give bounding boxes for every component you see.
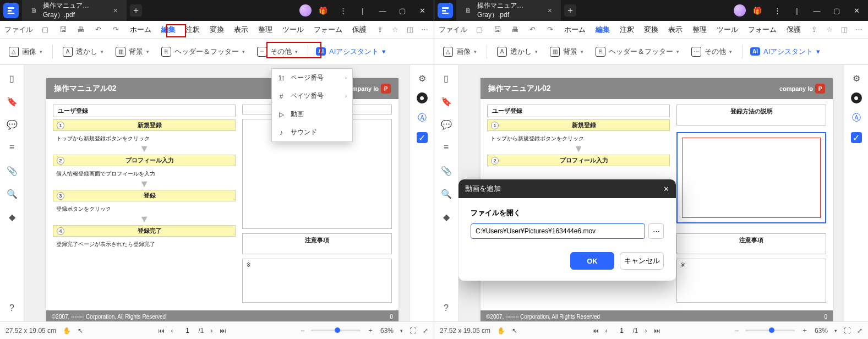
fullscreen-icon[interactable]: ⤢ [857,327,862,335]
ok-button[interactable]: OK [570,252,614,270]
bookmarks-icon[interactable]: 🔖 [441,96,452,107]
check-icon[interactable]: ✓ [851,132,862,143]
share-icon[interactable]: ⇪ [375,25,385,34]
zoom-value[interactable]: 63% [815,327,828,335]
check-icon[interactable]: ✓ [417,132,428,143]
ribbon-other[interactable]: ⋯その他▾ [255,45,300,58]
canvas[interactable]: 操作マニュアル02 company lo P ユーザ登録 1新規登録 トップから… [458,65,844,321]
file-menu[interactable]: ファイル [439,25,467,35]
comments-icon[interactable]: 💬 [7,119,18,130]
maximize-button[interactable]: ▢ [828,3,845,18]
zoom-in-icon[interactable]: ＋ [367,326,374,335]
menu-annotate[interactable]: 注釈 [619,23,635,36]
menu-tool[interactable]: ツール [281,23,305,36]
ribbon-background[interactable]: ▥背景▾ [548,45,586,58]
last-page-icon[interactable]: ⏭ [654,327,660,335]
new-tab-button[interactable]: ＋ [564,4,576,17]
dropdown-video[interactable]: ▷動画 [272,105,352,123]
redo-icon[interactable]: ↷ [110,24,121,35]
comments-icon[interactable]: 💬 [441,119,452,130]
search-icon[interactable]: 🔍 [441,188,452,199]
translate-icon[interactable]: Ⓐ [851,112,862,123]
fields-icon[interactable]: ≡ [441,142,452,153]
fullscreen-icon[interactable]: ⤢ [423,327,428,335]
zoom-in-icon[interactable]: ＋ [801,326,808,335]
thumbnails-icon[interactable]: ▯ [441,73,452,84]
zoom-slider[interactable] [745,330,795,331]
zoom-value[interactable]: 63% [380,327,394,335]
menu-tool[interactable]: ツール [716,23,739,36]
close-window-button[interactable]: ✕ [414,3,430,18]
help-icon[interactable]: ? [7,303,18,314]
select-tool-icon[interactable]: ↖ [512,327,517,335]
canvas[interactable]: 操作マニュアル02 company lo P ユーザ登録 1新規登録 トップから… [24,65,410,321]
ribbon-watermark[interactable]: A透かし▾ [61,45,106,58]
first-page-icon[interactable]: ⏮ [158,327,165,335]
avatar[interactable] [299,4,312,17]
sliders-icon[interactable]: ⚙ [851,73,862,84]
open-icon[interactable]: ▢ [474,24,485,35]
ai-chat-icon[interactable]: ● [417,92,428,103]
bookmarks-icon[interactable]: 🔖 [7,96,18,107]
zoom-out-icon[interactable]: − [735,327,739,335]
gift-icon[interactable]: 🎁 [315,3,331,18]
close-tab-icon[interactable]: × [113,6,118,15]
zoom-out-icon[interactable]: − [301,327,304,335]
menu-annotate[interactable]: 注釈 [184,23,201,36]
page-current[interactable] [614,327,630,335]
ribbon-ai[interactable]: AIAIアシスタント▾ [750,47,820,57]
open-icon[interactable]: ▢ [40,24,51,35]
close-window-button[interactable]: ✕ [848,3,865,18]
document-tab[interactable]: 🗎 操作マニュア…Gray）.pdf × [456,0,561,23]
avatar[interactable] [734,4,746,17]
save-icon[interactable]: 🖫 [492,24,503,35]
search-icon[interactable]: 🔍 [7,188,18,199]
next-page-icon[interactable]: › [211,327,213,335]
translate-icon[interactable]: Ⓐ [417,112,428,123]
hand-tool-icon[interactable]: ✋ [497,327,505,335]
next-page-icon[interactable]: › [645,327,647,335]
document-tab[interactable]: 🗎 操作マニュア…Gray）.pdf × [22,0,127,23]
menu-organize[interactable]: 整理 [257,23,274,36]
menu-home[interactable]: ホーム [129,23,152,36]
widget-icon[interactable]: ◫ [839,25,849,34]
save-icon[interactable]: 🖫 [57,24,68,35]
layers-icon[interactable]: ◆ [7,211,18,222]
attachments-icon[interactable]: 📎 [7,165,18,176]
dropdown-bates[interactable]: #ベイツ番号› [272,87,352,105]
layers-icon[interactable]: ◆ [441,211,452,222]
more-icon[interactable]: ⋯ [420,25,429,34]
undo-icon[interactable]: ↶ [92,24,103,35]
fit-page-icon[interactable]: ⛶ [410,327,416,335]
ribbon-image[interactable]: △画像▾ [7,45,45,58]
menu-edit[interactable]: 編集 [160,23,177,36]
dropdown-page-number[interactable]: 1⃣ページ番号› [272,69,352,87]
dropdown-sound[interactable]: ♪サウンド [272,123,352,141]
video-selection-box[interactable] [676,132,826,223]
ribbon-headerfooter[interactable]: ⎘ヘッダー＆フッター▾ [593,45,681,58]
menu-protect[interactable]: 保護 [351,23,368,36]
ribbon-headerfooter[interactable]: ⎘ヘッダー＆フッター▾ [159,45,247,58]
last-page-icon[interactable]: ⏭ [220,327,226,335]
kebab-icon[interactable]: ⋮ [769,3,785,18]
zoom-slider[interactable] [311,330,361,331]
print-icon[interactable]: 🖶 [509,24,520,35]
menu-edit[interactable]: 編集 [594,23,611,36]
widget-icon[interactable]: ◫ [405,25,414,34]
sliders-icon[interactable]: ⚙ [417,73,428,84]
fit-page-icon[interactable]: ⛶ [844,327,850,335]
page-current[interactable] [180,327,195,335]
cancel-button[interactable]: キャンセル [620,252,664,270]
undo-icon[interactable]: ↶ [527,24,538,35]
page-indicator[interactable]: /1 [180,327,204,335]
help-icon[interactable]: ? [441,303,452,314]
ribbon-ai[interactable]: AIAIアシスタント▾ [316,47,386,57]
dialog-close-icon[interactable]: ✕ [663,185,669,193]
prev-page-icon[interactable]: ‹ [171,327,173,335]
ai-chat-icon[interactable]: ● [851,92,862,103]
prev-page-icon[interactable]: ‹ [605,327,608,335]
more-icon[interactable]: ⋯ [854,25,864,34]
print-icon[interactable]: 🖶 [75,24,86,35]
maximize-button[interactable]: ▢ [394,3,411,18]
menu-form[interactable]: フォーム [747,23,778,36]
